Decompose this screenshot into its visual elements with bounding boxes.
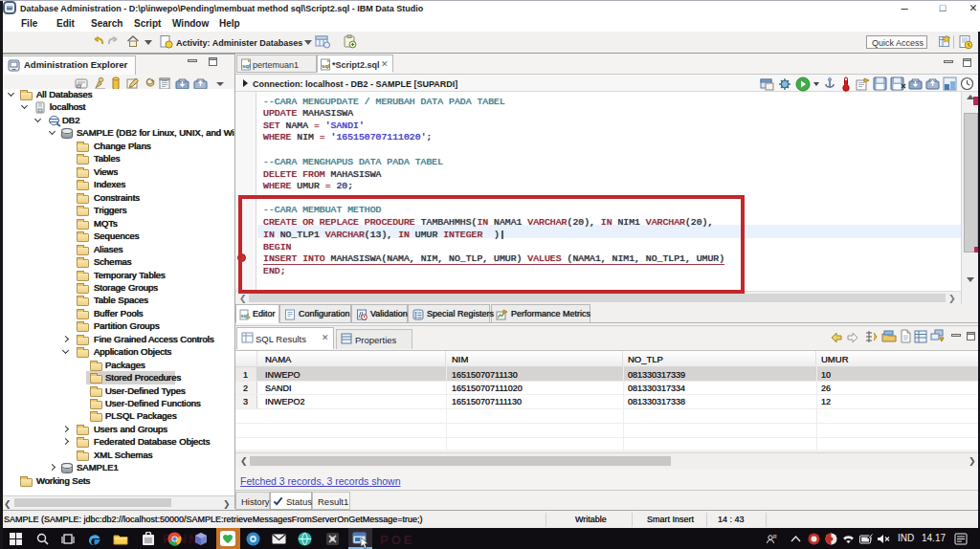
svg-text:sql: sql [242,63,251,69]
svg-text:R: R [773,535,777,539]
svg-text:sql: sql [322,63,330,69]
